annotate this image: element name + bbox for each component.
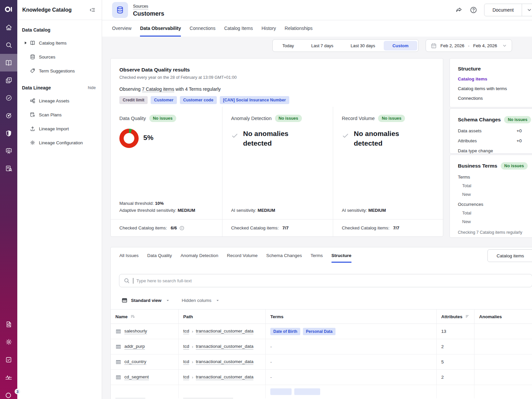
path-item-link[interactable]: transactional_customer_data (196, 374, 253, 380)
check-icon (342, 132, 349, 139)
row-name-link[interactable]: cd_segment (124, 374, 149, 380)
sidebar-item-lineage-assets[interactable]: Lineage Assets (22, 94, 102, 108)
tab-catalog-items[interactable]: Catalog Items (224, 20, 253, 37)
date-from: Feb 2, 2026 (441, 43, 465, 48)
row-name-link[interactable]: cd_country (124, 359, 146, 365)
term-tag[interactable]: Customer code (180, 96, 217, 104)
path-root-link[interactable]: tcd (183, 374, 189, 380)
row-name-link[interactable]: saleshourly (124, 329, 147, 334)
document-dropdown-icon[interactable] (522, 4, 532, 16)
sidebar-item-scan-plans[interactable]: Scan Plans (22, 108, 102, 122)
report-search-icon[interactable] (0, 160, 17, 177)
source-type-icon (112, 2, 128, 18)
app-logo-icon[interactable] (0, 0, 17, 19)
path-item-link[interactable]: transactional_customer_data (196, 359, 253, 365)
table-header: Name Path Terms Attributes Anomalies (111, 309, 532, 324)
hidden-columns-selector[interactable]: Hidden colums (182, 298, 211, 303)
sidebar-item-lineage-import[interactable]: Lineage Import (22, 122, 102, 136)
catalog-items-link[interactable]: 7 Catalog items (142, 86, 174, 92)
full-text-search[interactable] (119, 274, 532, 287)
sidebar-item-term-suggestions[interactable]: Term Suggestions (22, 64, 102, 78)
app-rail: 3 (0, 0, 17, 399)
term-tag[interactable]: Personal Data (303, 328, 335, 335)
tab-overview[interactable]: Overview (112, 20, 131, 37)
document-button[interactable]: Document (484, 4, 532, 16)
sort-icon[interactable] (465, 314, 470, 319)
range-last-7-days[interactable]: Last 7 days (303, 41, 342, 51)
path-root-link[interactable]: tcd (183, 344, 189, 349)
checkbox-icon[interactable] (0, 351, 17, 368)
collapse-sidebar-icon[interactable] (89, 7, 96, 13)
path-separator: › (192, 360, 193, 364)
structure-link-connections[interactable]: Connections (458, 96, 531, 101)
catalog-items-button[interactable]: Catalog items (487, 249, 532, 262)
share-icon[interactable] (455, 6, 463, 14)
status-badge: No issues (378, 115, 405, 122)
term-tag[interactable]: Customer (151, 96, 177, 104)
expand-caret-icon[interactable] (22, 41, 29, 45)
term-tag[interactable]: [CAN] Social Insurance Number (220, 96, 289, 104)
sidebar-item-lineage-configuration[interactable]: Lineage Configuration (22, 136, 102, 150)
sort-icon[interactable] (130, 314, 135, 319)
calendar-icon (431, 43, 437, 49)
path-item-link[interactable]: transactional_customer_data (196, 344, 253, 349)
business-terms-panel: Business Terms No issues Terms Total New… (450, 155, 532, 238)
presentation-icon[interactable] (0, 142, 17, 160)
signal-icon[interactable] (0, 368, 17, 386)
view-selector[interactable]: Standard view (131, 298, 162, 303)
issues-tab-structure[interactable]: Structure (332, 253, 351, 263)
shield-icon[interactable] (0, 124, 17, 142)
documents-icon[interactable] (0, 71, 17, 89)
issues-tab-all-issues[interactable]: All Issues (119, 253, 139, 263)
table-row[interactable]: addr_purp tcd › transactional_customer_d… (111, 339, 532, 354)
quality-seal-icon[interactable] (0, 89, 17, 107)
range-today[interactable]: Today (274, 41, 303, 51)
tab-connections[interactable]: Connections (190, 20, 215, 37)
term-tag[interactable]: Date of Birth (270, 328, 300, 335)
structure-link-catalog-items[interactable]: Catalog items (458, 76, 531, 81)
term-tag[interactable]: Credit limit (119, 96, 148, 104)
tab-data-observability[interactable]: Data Observability (140, 20, 181, 37)
path-root-link[interactable]: tcd (183, 329, 189, 334)
chevron-down-icon[interactable] (215, 298, 220, 303)
path-root-link[interactable]: tcd (183, 359, 189, 365)
database-icon (29, 54, 36, 60)
chevron-down-icon[interactable] (166, 298, 170, 303)
issues-tab-terms[interactable]: Terms (311, 253, 323, 263)
table-object-icon (115, 359, 121, 365)
issues-tab-data-quality[interactable]: Data Quality (147, 253, 172, 263)
issues-tab-anomaly-detection[interactable]: Anomaly Detection (181, 253, 218, 263)
help-icon[interactable] (469, 6, 477, 14)
table-row[interactable]: saleshourly tcd › transactional_customer… (111, 324, 532, 339)
row-name-link[interactable]: addr_purp (124, 344, 145, 349)
table-row[interactable]: cd_segment tcd › transactional_customer_… (111, 370, 532, 385)
issues-tab-schema-changes[interactable]: Schema Changes (266, 253, 302, 263)
range-last-30-days[interactable]: Last 30 days (342, 41, 384, 51)
path-separator: › (192, 344, 193, 349)
path-item-link[interactable]: transactional_customer_data (196, 329, 253, 334)
sidebar-item-sources[interactable]: Sources (22, 50, 102, 64)
breadcrumb[interactable]: Sources (133, 4, 148, 9)
date-range-picker[interactable]: Feb 2, 2026 - Feb 4, 2026 (426, 39, 512, 52)
table-row[interactable]: cd_country tcd › transactional_customer_… (111, 354, 532, 370)
target-icon[interactable] (0, 107, 17, 124)
catalog-book-icon[interactable] (0, 54, 17, 71)
schema-changes-panel: Schema Changes No issues Data assets+0 A… (450, 108, 532, 154)
sidebar-item-catalog-items[interactable]: Catalog Items (22, 36, 102, 50)
range-custom[interactable]: Custom (384, 41, 417, 51)
tab-history[interactable]: History (262, 20, 276, 37)
info-icon[interactable] (179, 225, 185, 231)
home-icon[interactable] (0, 19, 17, 36)
hide-lineage-link[interactable]: hide (88, 85, 96, 90)
structure-link-catalog-items-with-terms[interactable]: Catalog items with terms (458, 86, 531, 91)
issues-tab-record-volume[interactable]: Record Volume (227, 253, 257, 263)
search-icon[interactable] (0, 36, 17, 54)
settings-gear-icon[interactable] (0, 333, 17, 351)
document-search-icon[interactable] (0, 316, 17, 333)
page-title: Customers (133, 10, 164, 17)
notification-icon[interactable]: 3 (0, 386, 17, 399)
observing-line: Observing 7 Catalog items with 4 Terms r… (119, 86, 434, 92)
record-volume-card: Record Volume No issues No anomalies det… (333, 107, 444, 236)
tab-relationships[interactable]: Relationships (285, 20, 313, 37)
search-input[interactable] (136, 278, 528, 283)
